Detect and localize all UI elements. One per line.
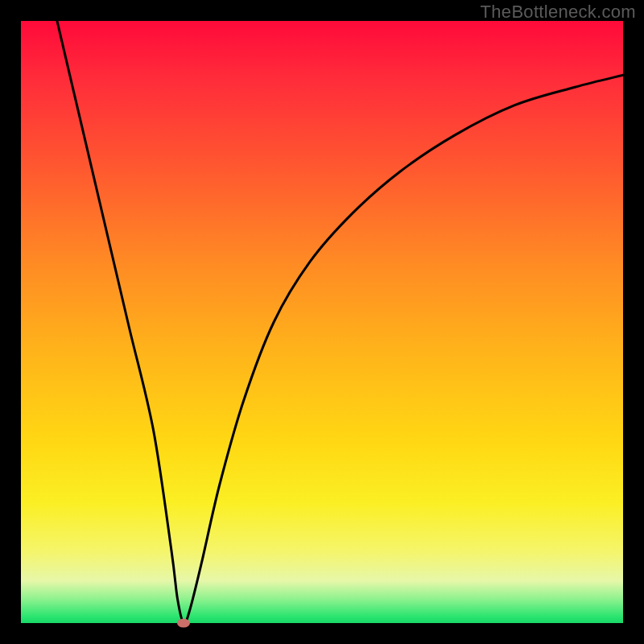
plot-area [21, 21, 623, 623]
watermark-text: TheBottleneck.com [481, 2, 636, 23]
optimal-point-marker [177, 619, 190, 628]
chart-frame: TheBottleneck.com [0, 0, 644, 644]
bottleneck-curve [21, 21, 623, 623]
